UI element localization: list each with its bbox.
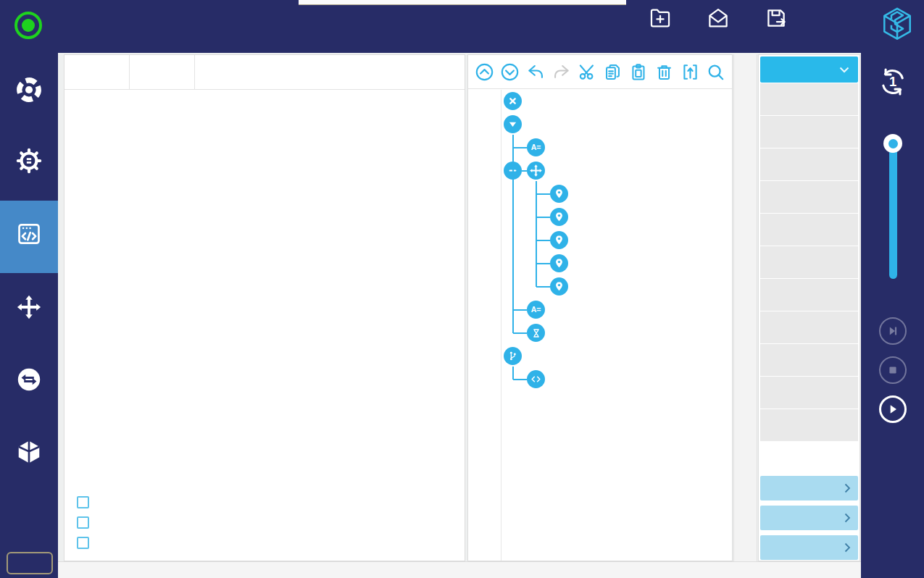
option-checkbox-row[interactable] (77, 537, 96, 549)
brand-logo (878, 5, 916, 47)
skip-next-button[interactable] (879, 317, 907, 345)
tree-connector (522, 170, 527, 172)
checkbox[interactable] (77, 496, 89, 508)
run-control-bar: 1 (861, 53, 924, 578)
wait-node-icon (527, 324, 545, 342)
tree-row-7[interactable] (468, 229, 732, 252)
palette-item[interactable] (760, 116, 858, 148)
move-down-icon[interactable] (500, 62, 520, 82)
speed-slider-handle[interactable] (883, 134, 902, 153)
status-bar (58, 561, 861, 578)
tree-connector (536, 286, 550, 288)
left-sidebar (0, 53, 58, 578)
palette-item[interactable] (760, 214, 858, 246)
tree-row-11[interactable] (468, 322, 732, 345)
palette-item[interactable] (760, 409, 858, 441)
undo-icon[interactable] (526, 62, 546, 82)
header-action-save[interactable] (759, 6, 793, 32)
tree-connector (513, 332, 527, 334)
waypoint-node-icon (550, 277, 568, 296)
palette-item[interactable] (760, 246, 858, 278)
checkbox[interactable] (77, 516, 89, 529)
sidebar-item-run[interactable] (0, 56, 58, 129)
move-node-icon (527, 162, 545, 180)
tree-row-4[interactable] (468, 159, 732, 183)
tree-connector (513, 147, 527, 148)
tree-connector (536, 181, 537, 287)
tree-row-6[interactable] (468, 206, 732, 229)
cut-icon[interactable] (578, 62, 597, 82)
sidebar-item-plugin[interactable] (0, 419, 58, 491)
chevron-right-icon (844, 513, 851, 523)
search-icon[interactable] (706, 62, 725, 82)
doc-tabs (64, 55, 465, 90)
palette-group-basic[interactable] (760, 56, 858, 83)
header-action-new[interactable] (644, 6, 677, 32)
plugin-icon (15, 438, 43, 466)
header-action-open[interactable] (702, 6, 735, 32)
svg-text:A=: A= (531, 305, 541, 314)
palette-item[interactable] (760, 279, 858, 311)
insert-icon[interactable] (680, 62, 700, 82)
run-icon (15, 76, 43, 104)
tab-instruction[interactable] (64, 55, 130, 89)
tree-row-2[interactable] (468, 113, 732, 136)
sidebar-item-task[interactable] (0, 201, 58, 273)
thread-node-icon (504, 347, 522, 365)
tree-row-10[interactable]: A= (468, 298, 732, 322)
single-run-toggle[interactable]: 1 (861, 66, 924, 102)
init-node-icon (504, 92, 522, 110)
palette-section-composite[interactable] (760, 506, 858, 530)
waypoint-node-icon (550, 208, 568, 226)
palette-section-advanced[interactable] (760, 476, 858, 500)
palette-item[interactable] (760, 181, 858, 213)
tree-row-5[interactable] (468, 183, 732, 206)
tree-toolbar (468, 55, 732, 89)
palette-item[interactable] (760, 344, 858, 376)
tab-monitor[interactable] (130, 55, 195, 89)
copy-icon[interactable] (603, 62, 623, 82)
tree-row-3[interactable]: A= (468, 136, 732, 159)
palette-item[interactable] (760, 311, 858, 343)
task-icon (15, 220, 43, 248)
play-button[interactable] (879, 395, 907, 423)
redo-icon[interactable] (552, 62, 571, 82)
tree-row-1[interactable] (468, 90, 732, 113)
save-icon (764, 6, 788, 30)
tree-connector (536, 240, 550, 241)
sidebar-item-operate[interactable] (0, 274, 58, 346)
stop-button[interactable] (879, 356, 907, 384)
tree-row-13[interactable] (468, 368, 732, 391)
waypoint-node-icon (550, 254, 568, 272)
top-header (0, 0, 924, 53)
robot-mode-indicator[interactable] (14, 12, 54, 39)
palette-item[interactable] (760, 148, 858, 180)
checkbox[interactable] (77, 537, 89, 549)
tree-connector (512, 367, 514, 380)
tree-connector (536, 217, 550, 218)
palette-item[interactable] (760, 83, 858, 115)
caret-down-node-icon (504, 115, 522, 133)
speed-slider-track[interactable] (889, 143, 897, 279)
paste-icon[interactable] (629, 62, 649, 82)
palette-item[interactable] (760, 377, 858, 409)
tree-row-8[interactable] (468, 252, 732, 275)
panel-splitter[interactable] (733, 54, 757, 561)
sidebar-item-io[interactable] (0, 346, 58, 419)
command-palette (758, 54, 860, 561)
palette-section-plugin[interactable] (760, 535, 858, 560)
option-checkbox-row[interactable] (77, 496, 96, 508)
tree-row-9[interactable] (468, 275, 732, 298)
move-up-icon[interactable] (475, 62, 494, 82)
tree-connector (512, 135, 514, 333)
config-icon (15, 147, 43, 175)
tree-connector (536, 193, 550, 195)
delete-icon[interactable] (654, 62, 674, 82)
sidebar-item-config[interactable] (0, 127, 58, 200)
mode-status-icon (14, 12, 42, 39)
option-checkbox-row[interactable] (77, 516, 96, 529)
palette-items (760, 83, 858, 442)
tree-row-12[interactable] (468, 345, 732, 368)
io-icon (15, 366, 43, 393)
tree-connector (513, 379, 527, 380)
